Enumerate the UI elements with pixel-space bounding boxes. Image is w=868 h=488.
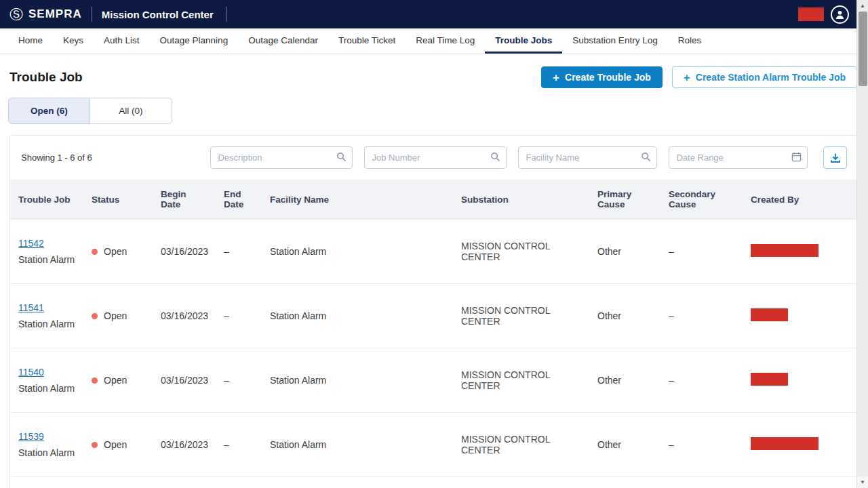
app-viewport: Ⓢ SEMPRA Mission Control Center Home Key… xyxy=(0,0,868,488)
status-open-dot xyxy=(92,249,98,255)
page-title: Trouble Job xyxy=(9,70,83,85)
substation: MISSION CONTROL CENTER xyxy=(453,220,589,284)
page-head: Trouble Job + Create Trouble Job + Creat… xyxy=(0,54,868,92)
job-number-input[interactable] xyxy=(364,146,507,169)
secondary-cause: – xyxy=(660,220,743,284)
col-substation: Substation xyxy=(453,180,589,220)
status-open-dot xyxy=(92,378,98,384)
facility-name-input[interactable] xyxy=(518,146,657,169)
search-icon xyxy=(490,152,500,165)
showing-count: Showing 1 - 6 of 6 xyxy=(21,152,210,163)
create-station-alarm-trouble-job-button[interactable]: + Create Station Alarm Trouble Job xyxy=(672,66,857,88)
description-input[interactable] xyxy=(210,146,353,169)
nav-item-roles[interactable]: Roles xyxy=(668,28,712,54)
end-date: – xyxy=(216,348,262,413)
sempra-logo-icon: Ⓢ xyxy=(9,7,23,21)
redacted-created-by xyxy=(751,373,788,386)
redacted-created-by xyxy=(751,437,818,450)
begin-date: 03/16/2023 xyxy=(153,477,216,488)
brand-name: SEMPRA xyxy=(28,7,82,21)
status-label: Open xyxy=(104,375,127,386)
col-end-date: End Date xyxy=(216,180,262,220)
download-button[interactable] xyxy=(823,146,847,169)
facility-name: Station Alarm xyxy=(262,220,453,284)
table-row: 11538 Station Alarm Open 03/16/2023 – St… xyxy=(10,477,858,488)
tab-open[interactable]: Open (6) xyxy=(8,98,90,124)
brand: Ⓢ SEMPRA xyxy=(9,7,82,21)
calendar-icon xyxy=(791,152,802,165)
redacted-created-by xyxy=(751,308,788,321)
description-filter xyxy=(210,146,353,169)
nav-item-outage-calendar[interactable]: Outage Calendar xyxy=(238,28,328,54)
scroll-down-arrow[interactable]: ▼ xyxy=(857,476,868,488)
nav-item-substation-entry-log[interactable]: Substation Entry Log xyxy=(562,28,667,54)
primary-cause: Other xyxy=(589,413,660,477)
begin-date: 03/16/2023 xyxy=(153,220,216,284)
date-range-filter xyxy=(669,146,808,169)
nav-item-outage-planning[interactable]: Outage Planning xyxy=(150,28,239,54)
create-trouble-job-button[interactable]: + Create Trouble Job xyxy=(541,66,663,88)
status-open-dot xyxy=(92,442,98,448)
plus-icon: + xyxy=(553,72,559,83)
download-icon xyxy=(830,152,841,163)
table-row: 11539 Station Alarm Open 03/16/2023 – St… xyxy=(10,413,858,477)
trouble-job-link[interactable]: 11542 xyxy=(18,238,44,249)
nav-item-trouble-jobs[interactable]: Trouble Jobs xyxy=(485,28,562,54)
end-date: – xyxy=(216,477,262,488)
substation: MISSION CONTROL CENTER xyxy=(453,348,589,413)
end-date: – xyxy=(216,284,262,348)
begin-date: 03/16/2023 xyxy=(153,284,216,348)
search-icon xyxy=(336,152,347,165)
status-label: Open xyxy=(104,246,127,257)
view-tabs: Open (6) All (0) xyxy=(8,98,868,124)
col-secondary-cause: Secondary Cause xyxy=(660,180,743,220)
main-nav: Home Keys Auth List Outage Planning Outa… xyxy=(0,28,868,54)
plus-icon: + xyxy=(684,72,690,83)
col-facility-name: Facility Name xyxy=(262,180,453,220)
date-range-input[interactable] xyxy=(669,146,808,169)
divider xyxy=(92,7,92,22)
substation: MISSION CONTROL CENTER xyxy=(453,284,589,348)
facility-name: Station Alarm xyxy=(262,284,453,348)
secondary-cause: – xyxy=(660,348,743,413)
end-date: – xyxy=(216,413,262,477)
trouble-job-type: Station Alarm xyxy=(18,254,75,265)
create-trouble-job-label: Create Trouble Job xyxy=(565,72,651,83)
substation: MISSION CONTROL CENTER xyxy=(453,413,589,477)
status-open-dot xyxy=(92,313,98,319)
nav-item-home[interactable]: Home xyxy=(8,28,53,54)
table-header: Trouble Job Status Begin Date End Date F… xyxy=(10,180,858,220)
scrollbar-thumb[interactable] xyxy=(859,12,867,86)
trouble-job-link[interactable]: 11539 xyxy=(18,431,44,442)
table-row: 11541 Station Alarm Open 03/16/2023 – St… xyxy=(10,284,858,348)
scroll-up-arrow[interactable]: ▲ xyxy=(857,0,868,12)
vertical-scrollbar[interactable]: ▲ ▼ xyxy=(856,0,868,488)
filters-row: Showing 1 - 6 of 6 xyxy=(10,136,858,180)
table-row: 11540 Station Alarm Open 03/16/2023 – St… xyxy=(10,348,858,413)
primary-cause: Other xyxy=(589,220,660,284)
facility-name: Station Alarm xyxy=(262,348,453,413)
table-row: 11542 Station Alarm Open 03/16/2023 – St… xyxy=(10,220,858,284)
job-number-filter xyxy=(364,146,507,169)
search-icon xyxy=(641,152,651,165)
begin-date: 03/16/2023 xyxy=(153,348,216,413)
facility-name-filter xyxy=(518,146,657,169)
trouble-job-type: Station Alarm xyxy=(18,383,75,394)
nav-item-keys[interactable]: Keys xyxy=(53,28,94,54)
tab-all[interactable]: All (0) xyxy=(90,98,172,124)
facility-name: Station Alarm xyxy=(262,477,453,488)
col-begin-date: Begin Date xyxy=(153,180,216,220)
nav-item-real-time-log[interactable]: Real Time Log xyxy=(406,28,485,54)
trouble-job-link[interactable]: 11540 xyxy=(18,367,44,378)
app-title: Mission Control Center xyxy=(102,9,214,20)
secondary-cause: – xyxy=(660,413,743,477)
user-avatar[interactable] xyxy=(831,5,849,24)
secondary-cause: – xyxy=(660,284,743,348)
top-bar: Ⓢ SEMPRA Mission Control Center xyxy=(0,0,868,28)
nav-item-trouble-ticket[interactable]: Trouble Ticket xyxy=(328,28,406,54)
col-status: Status xyxy=(83,180,153,220)
trouble-job-link[interactable]: 11541 xyxy=(18,302,44,313)
substation: MISSION CONTROL CENTER xyxy=(453,477,589,488)
nav-item-auth-list[interactable]: Auth List xyxy=(94,28,150,54)
trouble-job-type: Station Alarm xyxy=(18,447,75,458)
